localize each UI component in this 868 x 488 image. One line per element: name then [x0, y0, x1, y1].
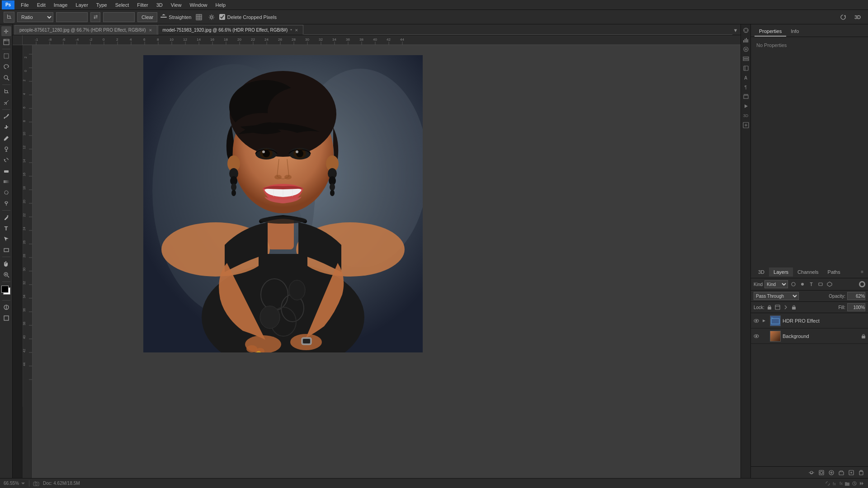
- tab-layers[interactable]: Layers: [769, 267, 793, 277]
- filter-smartobj-icon[interactable]: [826, 281, 833, 288]
- hand-tool[interactable]: [1, 259, 11, 269]
- new-group-icon[interactable]: [837, 469, 845, 477]
- blend-mode-select[interactable]: Pass Through: [754, 292, 799, 300]
- healing-tool[interactable]: [1, 122, 11, 132]
- adjustments-icon[interactable]: [742, 45, 750, 53]
- tab-model-close[interactable]: ✕: [295, 28, 298, 33]
- lasso-tool[interactable]: [1, 62, 11, 72]
- zoom-tool[interactable]: [1, 270, 11, 280]
- quick-select-tool[interactable]: [1, 73, 11, 83]
- artboard-tool[interactable]: [1, 37, 11, 47]
- move-tool[interactable]: ✛: [1, 26, 11, 36]
- clone-stamp-tool[interactable]: [1, 144, 11, 154]
- swap-button[interactable]: ⇄: [90, 12, 100, 22]
- ratio-height-input[interactable]: [103, 12, 135, 22]
- brush-tool[interactable]: [1, 133, 11, 143]
- link-layers-icon[interactable]: [807, 469, 816, 477]
- menu-filter[interactable]: Filter: [133, 1, 151, 9]
- layer-row-background[interactable]: Background: [751, 328, 868, 344]
- filter-text-icon[interactable]: T: [808, 281, 815, 288]
- menu-image[interactable]: Image: [50, 1, 71, 9]
- eraser-tool[interactable]: [1, 166, 11, 176]
- tab-info[interactable]: Info: [786, 27, 803, 37]
- tab-people[interactable]: people-875617_1280.jpg @ 66.7% (HDR PRO …: [14, 25, 157, 35]
- slice-tool[interactable]: [1, 98, 11, 108]
- menu-select[interactable]: Select: [112, 1, 133, 9]
- new-adjustment-icon[interactable]: [827, 469, 835, 477]
- menu-type[interactable]: Type: [93, 1, 111, 9]
- opacity-input[interactable]: [847, 292, 865, 300]
- crop-tool-icon[interactable]: [4, 12, 14, 23]
- new-layer-icon[interactable]: [847, 469, 855, 477]
- gradient-tool[interactable]: [1, 177, 11, 187]
- eyedropper-tool[interactable]: [1, 112, 11, 122]
- tab-3d[interactable]: 3D: [754, 267, 769, 277]
- svg-rect-213: [819, 283, 822, 286]
- delete-layer-icon[interactable]: [857, 469, 865, 477]
- group-arrow-hdr[interactable]: [762, 319, 768, 323]
- canvas-scroll[interactable]: [33, 45, 741, 478]
- layers-panel-menu[interactable]: ≡: [859, 269, 865, 274]
- text-tool[interactable]: T: [1, 223, 11, 233]
- tab-people-close[interactable]: ✕: [149, 28, 152, 33]
- add-mask-icon[interactable]: [817, 469, 826, 477]
- kind-select[interactable]: Kind: [764, 280, 788, 288]
- quick-mask-btn[interactable]: [1, 302, 11, 312]
- clear-button[interactable]: Clear: [137, 12, 157, 22]
- straighten-group[interactable]: Straighten: [160, 14, 191, 21]
- color-sampler-icon[interactable]: [742, 26, 750, 34]
- lock-all-icon[interactable]: [791, 304, 797, 310]
- grid-button[interactable]: [194, 12, 204, 22]
- delete-cropped-label[interactable]: Delete Cropped Pixels: [219, 14, 276, 20]
- transform-icon[interactable]: [742, 93, 750, 101]
- screen-mode-btn[interactable]: [1, 313, 11, 323]
- zoom-area[interactable]: 66.55%: [4, 481, 25, 486]
- fill-input[interactable]: [847, 303, 865, 311]
- pen-tool[interactable]: [1, 212, 11, 222]
- layer-row-hdr[interactable]: HDR PRO Effect: [751, 313, 868, 328]
- path-select-tool[interactable]: [1, 234, 11, 244]
- crop-tool[interactable]: [1, 87, 11, 97]
- 3d-icon[interactable]: 3D: [742, 112, 750, 120]
- menu-help[interactable]: Help: [212, 1, 230, 9]
- libraries-icon[interactable]: [742, 64, 750, 72]
- lock-position-icon[interactable]: [783, 304, 789, 310]
- filter-shape-icon[interactable]: [817, 281, 824, 288]
- menu-3d[interactable]: 3D: [153, 1, 166, 9]
- ratio-width-input[interactable]: [56, 12, 88, 22]
- tab-properties[interactable]: Properties: [755, 27, 786, 37]
- menu-layer[interactable]: Layer: [72, 1, 92, 9]
- menu-edit[interactable]: Edit: [33, 1, 49, 9]
- shape-tool[interactable]: [1, 245, 11, 255]
- filter-pixel-icon[interactable]: [790, 281, 797, 288]
- lock-image-icon[interactable]: [774, 304, 781, 310]
- layer-visibility-hdr[interactable]: [753, 317, 760, 324]
- ratio-select[interactable]: Ratio: [17, 12, 53, 22]
- marquee-tool[interactable]: [1, 51, 11, 61]
- tab-model[interactable]: model-751983_1920.jpg @ 66.6% (HDR PRO E…: [158, 25, 303, 35]
- tab-channels[interactable]: Channels: [793, 267, 823, 277]
- character-icon[interactable]: A: [742, 74, 750, 82]
- tab-paths[interactable]: Paths: [823, 267, 845, 277]
- filter-toggle[interactable]: [859, 281, 865, 287]
- reset-icon[interactable]: [838, 12, 848, 22]
- dodge-tool[interactable]: [1, 198, 11, 208]
- menu-file[interactable]: File: [17, 1, 33, 9]
- paragraph-icon[interactable]: ¶: [742, 83, 750, 91]
- lock-transparent-icon[interactable]: [766, 304, 773, 310]
- blur-tool[interactable]: [1, 188, 11, 197]
- filter-adjust-icon[interactable]: [799, 281, 806, 288]
- histogram-icon[interactable]: [742, 36, 750, 44]
- timeline-icon[interactable]: [742, 102, 750, 110]
- layer-comps-icon[interactable]: [742, 55, 750, 63]
- color-swatches[interactable]: [1, 286, 11, 298]
- menu-window[interactable]: Window: [186, 1, 211, 9]
- foreground-color-swatch[interactable]: [1, 286, 9, 293]
- settings-button[interactable]: [207, 12, 217, 22]
- delete-cropped-checkbox[interactable]: [219, 14, 225, 20]
- menu-view[interactable]: View: [167, 1, 185, 9]
- history-brush-tool[interactable]: [1, 155, 11, 165]
- stats-icon[interactable]: [742, 121, 750, 129]
- layer-visibility-bg[interactable]: [753, 333, 760, 340]
- tabs-menu-btn[interactable]: ▼: [732, 26, 739, 35]
